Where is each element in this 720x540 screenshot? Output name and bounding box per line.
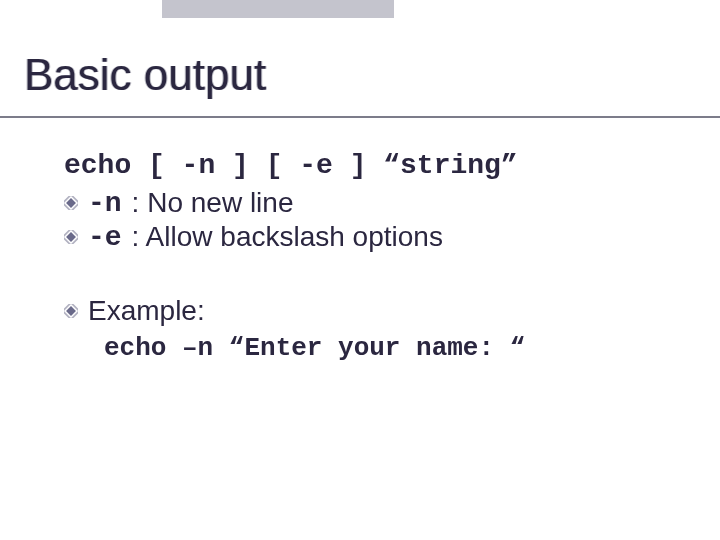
svg-rect-4 xyxy=(66,306,76,316)
bullet-row: Example: xyxy=(64,295,664,327)
bullet-code: -n xyxy=(88,188,122,219)
bullet-text: : Allow backslash options xyxy=(132,221,443,253)
diamond-bullet-icon xyxy=(64,304,78,318)
bullet-code: -e xyxy=(88,222,122,253)
syntax-line: echo [ -n ] [ -e ] “string” xyxy=(64,150,664,181)
example-label: Example: xyxy=(88,295,205,327)
diamond-bullet-icon xyxy=(64,230,78,244)
title-underline xyxy=(0,116,720,118)
svg-rect-0 xyxy=(66,198,76,208)
slide: Basic output echo [ -n ] [ -e ] “string”… xyxy=(0,0,720,540)
page-title: Basic output xyxy=(24,50,266,100)
example-code: echo –n “Enter your name: “ xyxy=(104,333,664,363)
page-title-text: Basic output xyxy=(24,50,266,100)
bullet-text: : No new line xyxy=(132,187,294,219)
bullet-row: -e : Allow backslash options xyxy=(64,221,664,253)
slide-body: echo [ -n ] [ -e ] “string” -n : No new … xyxy=(64,150,664,363)
top-accent-bar xyxy=(162,0,394,18)
svg-rect-2 xyxy=(66,232,76,242)
bullet-row: -n : No new line xyxy=(64,187,664,219)
diamond-bullet-icon xyxy=(64,196,78,210)
